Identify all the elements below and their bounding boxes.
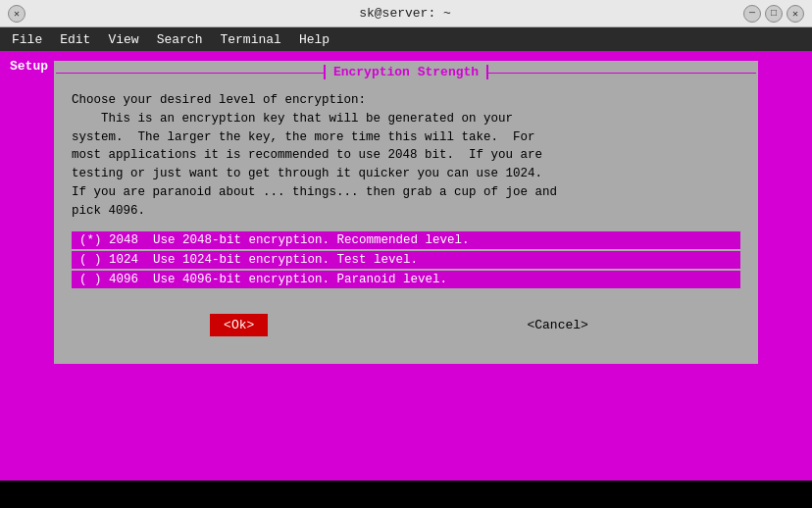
titlebar-minimize-btn[interactable]: ─: [743, 5, 761, 23]
option-2048[interactable]: (*) 2048 Use 2048-bit encryption. Recomm…: [72, 231, 740, 249]
dialog-body: Choose your desired level of encryption:…: [56, 81, 756, 362]
option-1024[interactable]: ( ) 1024 Use 1024-bit encryption. Test l…: [72, 251, 740, 269]
ok-button[interactable]: <Ok>: [210, 314, 268, 336]
menubar: File Edit View Search Terminal Help: [0, 27, 812, 51]
titlebar-left-controls: ✕: [8, 5, 67, 23]
cancel-button[interactable]: <Cancel>: [513, 314, 601, 336]
titlebar-close-btn2[interactable]: ✕: [787, 5, 804, 23]
menu-terminal[interactable]: Terminal: [212, 30, 288, 49]
titlebar-right-controls: ─ □ ✕: [743, 5, 804, 23]
dialog-description: Choose your desired level of encryption:…: [72, 91, 740, 220]
dialog-box: Encryption Strength Choose your desired …: [54, 61, 758, 364]
menu-edit[interactable]: Edit: [52, 30, 98, 49]
dialog-buttons: <Ok> <Cancel>: [72, 300, 740, 352]
option-4096[interactable]: ( ) 4096 Use 4096-bit encryption. Parano…: [72, 271, 740, 288]
dialog-title: Encryption Strength: [324, 65, 488, 79]
window: ✕ sk@server: ~ ─ □ ✕ File Edit View Sear…: [0, 0, 812, 508]
titlebar: ✕ sk@server: ~ ─ □ ✕: [0, 0, 812, 27]
titlebar-close-btn[interactable]: ✕: [8, 5, 25, 23]
terminal-area: Setup OpenVPN Encryption Strength Choose…: [0, 51, 812, 481]
menu-help[interactable]: Help: [291, 30, 337, 49]
menu-file[interactable]: File: [4, 30, 50, 49]
titlebar-maximize-btn[interactable]: □: [765, 5, 783, 23]
bottom-bar: [0, 481, 812, 508]
menu-search[interactable]: Search: [149, 30, 211, 49]
titlebar-title: sk@server: ~: [67, 6, 743, 21]
dialog-titlebar: Encryption Strength: [56, 63, 756, 81]
menu-view[interactable]: View: [100, 30, 146, 49]
encryption-options: (*) 2048 Use 2048-bit encryption. Recomm…: [72, 231, 740, 288]
